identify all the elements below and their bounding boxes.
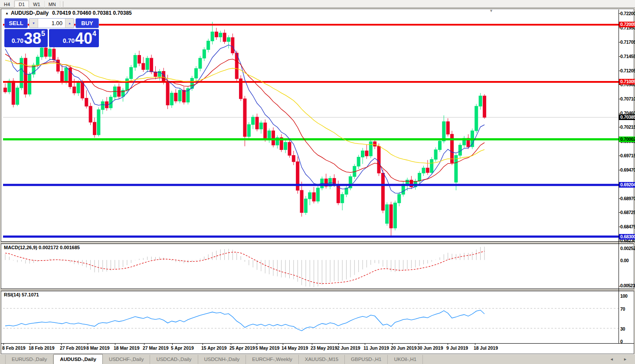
timeframe-button-D1[interactable]: D1 <box>14 0 29 8</box>
date-axis-label: 20 Jun 2019 <box>391 345 417 351</box>
date-axis-tick <box>312 344 312 345</box>
volume-spinner: ▼ ▲ <box>29 18 74 28</box>
date-axis-label: 5 Apr 2019 <box>171 345 194 351</box>
sell-price-big: 38 <box>24 31 41 46</box>
date-axis-label: 9 Jul 2019 <box>446 345 468 351</box>
buy-button[interactable]: BUY <box>75 18 99 28</box>
rsi-axis-label: 0 <box>620 339 623 344</box>
price-axis-label: 0.71455 <box>620 54 635 59</box>
date-axis-tick <box>257 344 257 345</box>
volume-input[interactable] <box>38 19 65 28</box>
chart-title-ohlc: 0.70419 0.70460 0.70381 0.70385 <box>52 10 132 16</box>
date-axis-tick <box>3 344 4 345</box>
date-axis-label: 15 Apr 2019 <box>201 345 227 351</box>
date-axis-label: 2 Jun 2019 <box>337 345 360 351</box>
date-axis-tick <box>283 344 283 345</box>
volume-decrease-icon[interactable]: ▼ <box>29 19 38 28</box>
date-axis-tick <box>30 344 30 345</box>
price-axis-label: 0.68725 <box>620 210 635 215</box>
date-axis-tick <box>61 344 62 345</box>
chart-tab-usdcad[interactable]: USDCAD-,Daily <box>150 355 198 364</box>
macd-indicator-label: MACD(12,26,9) 0.002172 0.001685 <box>4 245 80 250</box>
price-level-badge: 0.70385 <box>619 114 635 120</box>
price-axis-divider <box>619 10 619 344</box>
date-axis-tick <box>365 344 365 345</box>
buy-price-button[interactable]: 0.70 40 4 <box>49 29 99 47</box>
chart-tab-bar: EURUSD-,DailyAUDUSD-,DailyUSDCHF-,DailyU… <box>0 354 635 364</box>
price-level-badge: 0.68300 <box>619 234 635 240</box>
date-axis-tick <box>338 344 339 345</box>
sell-button[interactable]: SELL <box>4 18 28 28</box>
chart-tab-gbpusd[interactable]: GBPUSD-,H1 <box>345 355 388 364</box>
price-chart-canvas[interactable] <box>0 0 635 364</box>
rsi-indicator-label: RSI(14) 57.1071 <box>4 292 39 297</box>
chart-title: ▲AUDUSD-,Daily0.70419 0.70460 0.70381 0.… <box>5 10 132 16</box>
date-axis-label: 5 May 2019 <box>255 345 279 351</box>
rsi-axis-label: 100 <box>620 293 628 299</box>
date-axis-label: 23 May 2019 <box>311 345 337 351</box>
toolbar-separator <box>63 1 63 7</box>
rsi-axis-label: 70 <box>620 306 625 312</box>
date-axis-label: 18 Mar 2019 <box>114 345 140 351</box>
date-axis-tick <box>88 344 88 345</box>
date-axis-label: 27 Feb 2019 <box>60 345 86 351</box>
price-axis-label: 0.68475 <box>620 224 635 229</box>
timeframe-button-W1[interactable]: W1 <box>29 1 45 8</box>
timeframe-button-H4[interactable]: H4 <box>0 1 14 8</box>
price-level-badge: 0.70002 <box>619 136 635 142</box>
date-axis-label: 14 May 2019 <box>281 345 308 351</box>
chart-tab-ukoil[interactable]: UKOil-,H1 <box>388 355 423 364</box>
macd-axis-label: 0.00 <box>620 258 628 263</box>
date-axis-tick <box>419 344 419 345</box>
price-axis-label: 0.71705 <box>620 39 635 45</box>
tab-scroll-arrows-icon[interactable]: ◄ ► <box>610 357 632 361</box>
chart-tab-usdchf[interactable]: USDCHF-,Daily <box>103 355 151 364</box>
sell-price-sup: 5 <box>41 30 45 38</box>
chart-tab-eurchf[interactable]: EURCHF-,Weekly <box>246 355 298 364</box>
date-axis-tick <box>448 344 448 345</box>
price-axis-label: 0.72200 <box>620 11 635 16</box>
buy-price-prefix: 0.70 <box>63 37 75 44</box>
date-axis-label: 8 Feb 2019 <box>2 345 26 351</box>
date-axis-tick <box>203 344 203 345</box>
chart-tab-usdcnh[interactable]: USDCNH-,Daily <box>198 355 246 364</box>
date-axis-label: 27 Mar 2019 <box>143 345 169 351</box>
buy-price-big: 40 <box>75 31 92 46</box>
macd-signal-value: 0.001685 <box>60 245 80 250</box>
macd-axis-label: 0.002524 <box>620 246 635 251</box>
price-level-badge: 0.69204 <box>619 182 635 188</box>
macd-main-value: 0.002172 <box>39 245 59 250</box>
price-axis-label: 0.69470 <box>620 167 635 172</box>
date-axis-tick <box>231 344 231 345</box>
price-axis-label: 0.71205 <box>620 68 635 73</box>
price-axis-label: 0.69715 <box>620 153 635 158</box>
date-axis-label: 30 Jun 2019 <box>417 345 443 351</box>
chart-tab-eurusd[interactable]: EURUSD-,Daily <box>5 355 53 364</box>
date-axis-tick <box>144 344 144 345</box>
chart-title-symbol: AUDUSD-,Daily <box>11 10 49 16</box>
date-axis-label: 18 Feb 2019 <box>29 345 55 351</box>
macd-name: MACD(12,26,9) <box>4 245 37 250</box>
chart-shift-marker-icon[interactable]: ▼ <box>489 9 493 13</box>
pane-divider <box>1 291 634 291</box>
timeframe-button-MN[interactable]: MN <box>45 1 60 8</box>
rsi-axis-label: 30 <box>620 326 625 332</box>
chart-tab-xauusd[interactable]: XAUUSD-,M15 <box>299 355 345 364</box>
pane-divider <box>1 244 634 244</box>
timeframe-toolbar: H4D1W1MN <box>0 0 635 8</box>
chart-tab-audusd[interactable]: AUDUSD-,Daily <box>53 354 103 364</box>
price-axis-label: 0.68970 <box>620 196 635 201</box>
date-axis-tick <box>115 344 115 345</box>
rsi-value: 57.1071 <box>22 292 39 297</box>
price-level-badge: 0.72005 <box>619 22 635 27</box>
volume-increase-icon[interactable]: ▲ <box>65 19 74 28</box>
sell-price-button[interactable]: 0.70 38 5 <box>4 29 48 47</box>
symbol-arrow-icon: ▲ <box>5 11 9 15</box>
date-axis-tick <box>475 344 475 345</box>
date-axis-label: 18 Jul 2019 <box>474 345 498 351</box>
price-level-badge: 0.71005 <box>619 79 635 84</box>
date-axis-label: 11 Jun 2019 <box>363 345 389 351</box>
price-axis-label: 0.70710 <box>620 96 635 101</box>
rsi-name: RSI(14) <box>4 292 20 297</box>
date-axis-label: 25 Apr 2019 <box>229 345 255 351</box>
